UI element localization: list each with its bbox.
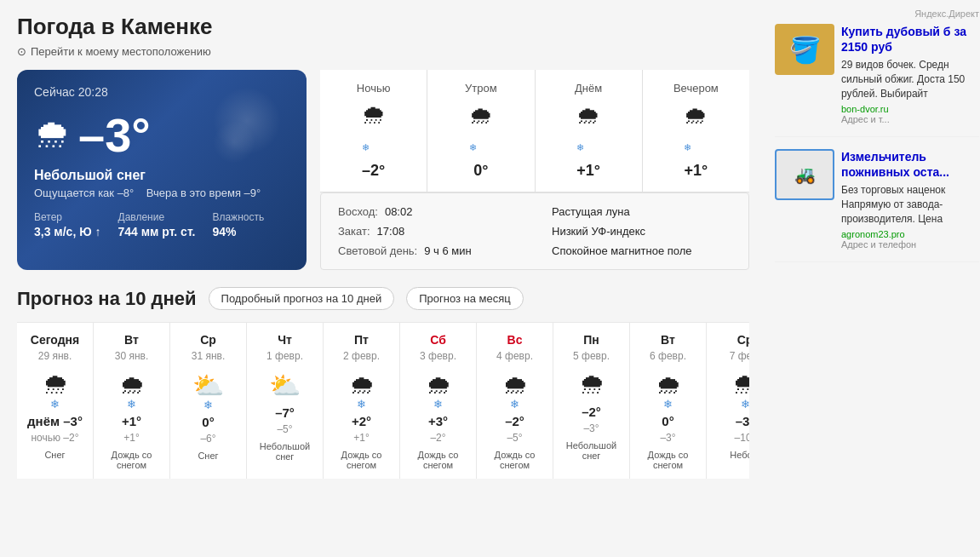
day-weather-icon: 🌧 [119,370,145,399]
sunset-item: Закат: 17:08 [338,225,518,238]
moon-item: Растущая луна [552,205,731,218]
day-high: –7° [275,405,295,420]
timeofday-day: Днём 🌧❄ +1° [536,70,643,192]
day-low: –5° [507,432,522,444]
right-panel: Ночью 🌨❄ –2° Утром 🌧❄ 0° Д [320,70,749,270]
day-low: –10° [735,432,749,444]
current-weather-icon: 🌨 [34,115,70,156]
day-date: 1 февр. [266,350,303,362]
snow-star-icon: ❄ [127,398,136,411]
ad-item-1[interactable]: 🪣 Купить дубовый б за 2150 руб 29 видов … [775,24,979,137]
timeofday-row: Ночью 🌨❄ –2° Утром 🌧❄ 0° Д [320,70,749,192]
timeofday-morning: Утром 🌧❄ 0° [427,70,535,192]
day-high: +2° [352,414,371,428]
day-date: 5 февр. [573,350,610,362]
ad-item-2[interactable]: 🚜 Измельчитель пожнивных оста... Без тор… [775,149,979,262]
snow-star-icon: ❄ [663,398,673,411]
snow-star-icon: ❄ [433,398,443,411]
day-icon-wrap: ⛅❄ [192,365,224,411]
day-icon-wrap: ⛅ [269,365,301,402]
day-low: –6° [200,433,215,445]
sidebar: Яндекс.Директ 🪣 Купить дубовый б за 2150… [766,0,980,492]
day-weather-icon: 🌨 [732,370,749,399]
day-date: 6 февр. [650,350,686,362]
forecast-day[interactable]: Вс4 февр.🌧❄–2°–5°Дождь со снегом [477,323,553,479]
wind-detail: Ветер 3,3 м/с, Ю ↑ [34,211,101,238]
day-date: 29 янв. [38,350,72,362]
day-date: 30 янв. [115,350,149,362]
day-high: днём –3° [27,414,83,428]
morning-icon: 🌧❄ [469,101,493,157]
day-desc: Дождь со снегом [637,450,699,470]
day-name: Сегодня [31,333,79,347]
day-low: –2° [430,432,445,444]
ad-image-2: 🚜 [775,149,834,200]
monthly-forecast-button[interactable]: Прогноз на месяц [406,287,524,310]
day-desc: Дождь со снегом [100,450,163,470]
day-desc: Дождь со снегом [407,450,469,470]
day-date: 4 февр. [496,350,533,362]
day-high: –2° [505,414,524,428]
day-name: Вт [124,333,139,347]
day-desc: Небо... [730,450,749,460]
weather-top: Сейчас 20:28 🌨 –3° Небольшой снег Ощущае… [17,70,749,270]
location-link[interactable]: ⊙ Перейти к моему местоположению [17,45,749,58]
day-low: +1° [353,432,369,444]
day-high: –2° [582,405,601,419]
forecast-day[interactable]: Вт6 февр.🌧❄0°–3°Дождь со снегом [630,323,707,479]
forecast-day[interactable]: Сб3 февр.🌧❄+3°–2°Дождь со снегом [400,323,477,479]
day-weather-icon: 🌨 [579,370,605,399]
forecast-title: Прогноз на 10 дней [17,288,197,310]
ad-text-2: Измельчитель пожнивных оста... Без торго… [841,149,979,250]
day-name: Вс [507,333,523,347]
day-desc: Дождь со снегом [484,450,546,470]
day-icon-wrap: 🌧❄ [426,365,451,411]
current-feels: Ощущается как –8° Вчера в это время –9° [34,187,289,199]
forecast-day[interactable]: Пт2 февр.🌧❄+2°+1°Дождь со снегом [324,323,400,479]
day-name: Пн [583,333,599,347]
detailed-forecast-button[interactable]: Подробный прогноз на 10 дней [209,287,395,310]
day-icon: 🌧❄ [576,101,600,157]
day-weather-icon: 🌧 [426,370,451,399]
snow-star-icon: ❄ [741,398,750,411]
day-name: Ср [737,333,749,347]
day-icon-wrap: 🌧❄ [502,365,528,411]
day-desc: Небольшой снег [560,440,622,461]
snow-star-icon: ❄ [50,398,60,411]
forecast-days: Сегодня29 янв.🌨❄днём –3°ночью –2°СнегВт3… [17,322,749,479]
current-weather-card: Сейчас 20:28 🌨 –3° Небольшой снег Ощущае… [17,70,307,270]
forecast-section: Прогноз на 10 дней Подробный прогноз на … [17,287,749,479]
day-desc: Небольшой снег [254,441,316,462]
day-high: 0° [662,414,673,428]
location-icon: ⊙ [17,45,26,58]
forecast-day[interactable]: Чт1 февр.⛅–7°–5°Небольшой снег [247,323,324,479]
page-title: Погода в Каменке [17,14,749,40]
current-temp: –3° [78,107,151,163]
forecast-day[interactable]: Ср7 фе...🌨❄–3°–10°Небо... [707,323,749,479]
magnetic-item: Спокойное магнитное поле [552,244,731,257]
day-high: –3° [736,414,749,428]
uv-item: Низкий УФ-индекс [552,225,731,238]
forecast-day[interactable]: Пн5 февр.🌨–2°–3°Небольшой снег [553,323,630,479]
forecast-day[interactable]: Вт30 янв.🌧❄+1°+1°Дождь со снегом [94,323,170,479]
day-date: 2 февр. [343,350,380,362]
daylight-item: Световой день: 9 ч 6 мин [338,244,518,257]
forecast-title-row: Прогноз на 10 дней Подробный прогноз на … [17,287,749,310]
pressure-detail: Давление 744 мм рт. ст. [118,211,196,238]
day-icon-wrap: 🌨 [579,365,605,401]
current-description: Небольшой снег [34,168,289,183]
day-name: Вт [661,333,675,347]
day-desc: Снег [198,451,218,461]
day-weather-icon: ⛅ [269,370,301,400]
day-date: 7 фе... [730,350,749,362]
forecast-day[interactable]: Ср31 янв.⛅❄0°–6°Снег [170,323,247,479]
day-high: 0° [202,415,214,429]
day-high: +3° [428,414,448,428]
sunrise-item: Восход: 08:02 [338,205,518,218]
night-icon: 🌨❄ [362,101,386,157]
day-low: –3° [660,432,675,444]
forecast-day[interactable]: Сегодня29 янв.🌨❄днём –3°ночью –2°Снег [17,323,94,479]
day-icon-wrap: 🌧❄ [656,365,681,411]
day-icon-wrap: 🌨❄ [732,365,749,411]
day-name: Чт [278,333,292,347]
